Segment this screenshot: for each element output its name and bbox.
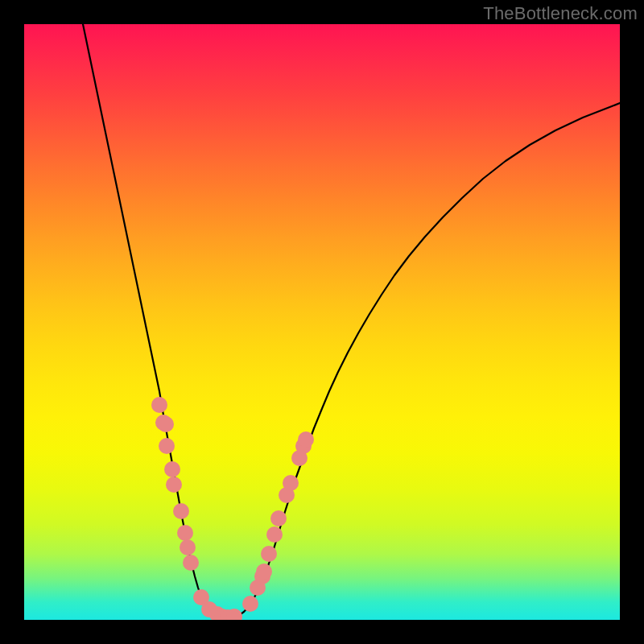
watermark-text: TheBottleneck.com [483,3,638,24]
data-point [298,431,314,448]
data-point [164,461,180,477]
data-point [158,416,174,432]
data-point [261,546,277,562]
data-point [283,475,299,491]
plot-area [24,24,620,620]
data-point [159,438,175,454]
data-point [256,564,272,580]
data-point [173,503,189,519]
data-point [183,555,199,571]
data-point [166,477,182,493]
data-point [266,526,283,543]
chart-svg [24,24,620,620]
data-point [177,525,193,541]
data-point [270,510,287,526]
data-point [151,397,167,413]
data-point [242,596,258,612]
data-point [180,539,196,555]
curve-right [225,103,620,619]
curve-left [83,24,225,619]
chart-frame: TheBottleneck.com [0,0,644,644]
